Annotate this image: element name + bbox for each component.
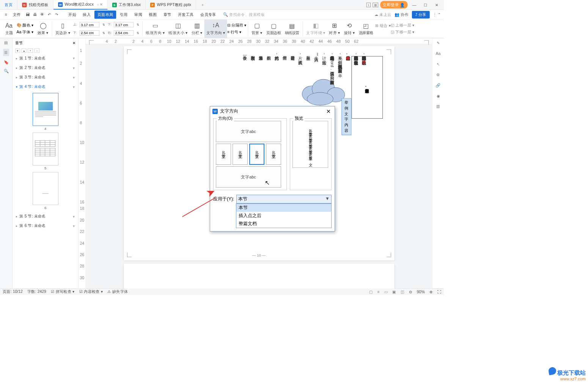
select-icon[interactable]: ↖ [437,62,440,67]
save-icon[interactable]: 🖬 [24,11,31,18]
direction-v4[interactable]: 文字abc [266,144,281,165]
color-dropdown[interactable]: 🎨 颜色 ▾ [17,23,34,28]
margin-input[interactable] [114,22,134,27]
brush-icon[interactable]: ✎ [437,41,440,45]
columns-button[interactable]: ▥分栏 ▾ [189,19,204,38]
redo-icon[interactable]: ↷ [53,11,60,18]
margin-top-input[interactable] [80,22,99,27]
papersize-button[interactable]: ◫纸张大小 ▾ [167,19,189,38]
page-thumbnail[interactable] [33,133,58,166]
menu-reference[interactable]: 引用 [117,10,131,19]
separator-dropdown[interactable]: ⊟ 分隔符 ▾ [227,23,247,28]
section-item[interactable]: 第 3 节: 未命名▾ [13,72,78,82]
menu-review[interactable]: 审阅 [131,10,145,19]
tab-excel-doc[interactable]: S工作簿3.xlsx [107,0,146,9]
login-button[interactable]: 立即登录👤 [380,1,407,9]
pageborder-button[interactable]: ▢页面边框 [264,19,283,38]
view-outline-icon[interactable]: ≡ [377,289,379,294]
view-focus-icon[interactable]: ◫ [401,289,404,294]
margin-button[interactable]: ▯页边距 ▾ [53,19,72,38]
section-item[interactable]: 第 6 节: 未命名▾ [13,221,78,231]
contentcheck-toggle[interactable]: ☑ 内容检查 ▾ [79,289,103,295]
margin-bottom-input[interactable] [80,30,99,36]
view-read-icon[interactable]: ▣ [392,289,396,294]
font-dropdown[interactable]: Aa 字体 ▾ [17,29,34,35]
zoom-out-icon[interactable]: ⊖ [409,289,412,294]
tab-word-doc[interactable]: WWord教程2.docx○ ✕ [53,0,107,9]
page-thumbnail[interactable] [33,93,58,126]
background-button[interactable]: ▢背景 ▾ [250,19,264,38]
section-item[interactable]: 第 2 节: 未命名▾ [13,63,78,72]
collapse-icon[interactable]: ▴ [22,48,27,53]
tab-templates[interactable]: D找稻壳模板 [17,0,53,9]
coop-button[interactable]: 👥 协作 [395,12,409,17]
style-icon[interactable]: Aa [436,52,441,56]
layout-icon[interactable]: 1 [366,3,371,7]
menu-pagelayout[interactable]: 页面布局 [94,10,116,19]
direction-horizontal[interactable]: 文字abc [216,121,281,142]
effect-dropdown[interactable]: ◯效果 ▾ [36,19,50,38]
preview-icon[interactable]: 👁 [39,11,46,18]
section-item[interactable]: 第 5 节: 未命名▾ [13,212,78,221]
zoom-in-icon[interactable]: ⊕ [429,289,433,294]
dropdown-option[interactable]: 插入点之后 [236,212,331,220]
cloud-status[interactable]: ☁ 未上云 [374,12,391,17]
menu-insert[interactable]: 插入 [80,10,94,19]
bookmark-icon[interactable]: 🔖 [4,60,9,64]
minimize-button[interactable]: — [410,3,419,7]
view-web-icon[interactable]: ▭ [384,289,388,294]
orientation-button[interactable]: ▭纸张方向 ▾ [144,19,167,38]
tab-close-icon[interactable]: ○ ✕ [97,3,103,6]
close-panel-icon[interactable]: ✕ [72,41,76,45]
word-count[interactable]: 字数: 2429 [27,289,46,295]
link-icon[interactable]: 🔗 [435,83,440,88]
spellcheck-toggle[interactable]: ☑ 拼写检查 ▾ [51,289,74,295]
settings-icon[interactable]: ⚙ [436,72,440,77]
maximize-button[interactable]: ☐ [421,3,430,7]
collapse-ribbon-icon[interactable]: ⋮ ⌃ [433,12,441,17]
margin-input[interactable] [114,30,134,36]
expand-icon[interactable]: ▾ [15,48,20,53]
menu-start[interactable]: 开始 [65,10,79,19]
missingfont-button[interactable]: ⚠ 缺失字体 [107,289,128,295]
menu-member[interactable]: 会员专享 [197,10,219,19]
menu-view[interactable]: 视图 [146,10,160,19]
grid-icon[interactable]: ▦ [373,3,378,7]
print-icon[interactable]: 🖶 [32,11,38,18]
paper-setting-button[interactable]: ▤稿纸设置 [283,19,301,38]
selectionpane-button[interactable]: ◰选择窗格 [357,19,375,38]
outline-icon[interactable]: ▤ [4,40,8,45]
direction-v2[interactable]: 文字abc [233,144,248,165]
apply-dropdown[interactable]: 本节▼ [236,195,332,203]
close-button[interactable]: ✕ [432,3,441,7]
direction-v1[interactable]: 文字abc [216,144,231,165]
dropdown-option[interactable]: 本节 [236,204,331,212]
tab-home[interactable]: 首页 [0,0,17,9]
dialog-close-icon[interactable]: ✕ [325,108,332,114]
layout-icon[interactable]: ▥ [436,104,440,109]
zoom-level[interactable]: 90% [417,289,425,294]
rotate-button[interactable]: ⟲旋转 ▾ [342,19,357,38]
add-icon[interactable]: + [28,48,33,53]
search-input[interactable]: 🔍 查找命令、搜索模板 [220,12,374,17]
section-item[interactable]: 第 1 节: 未命名▾ [13,53,78,63]
location-icon[interactable]: ◉ [437,94,440,98]
file-menu[interactable]: 文件 [10,10,24,19]
page-thumbnail[interactable] [33,172,58,205]
direction-v3-selected[interactable]: 文字abc [249,144,264,165]
page-indicator[interactable]: 页面: 10/12 [3,289,23,295]
document-page-next[interactable] [124,264,394,288]
menu-dev[interactable]: 开发工具 [175,10,197,19]
dropdown-option[interactable]: 整篇文档 [236,220,331,228]
search-icon[interactable]: 🔍 [4,69,9,73]
direction-horizontal2[interactable]: 文字abc [216,166,281,188]
share-button[interactable]: ⤴ 分享 [412,11,429,18]
undo-icon[interactable]: ↶ [46,11,53,18]
view-print-icon[interactable]: ▢ [369,289,373,294]
section-item-open[interactable]: 第 4 节: 未命名▾ [13,82,78,92]
stepper-icon[interactable]: ⇅ [101,23,107,26]
stepper-icon[interactable]: ⇅ [135,23,141,26]
stepper-icon[interactable]: ⇅ [135,31,141,34]
fullscreen-icon[interactable]: ⛶ [437,289,441,294]
align-button[interactable]: ⊞对齐 ▾ [327,19,342,38]
